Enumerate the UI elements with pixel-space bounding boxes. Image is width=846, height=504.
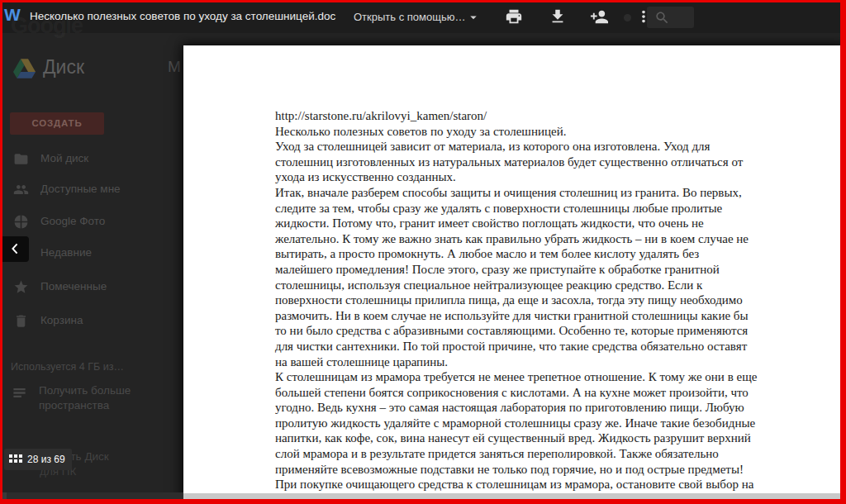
document-line: Несколько полезных советов по уходу за с… [275,124,820,140]
bottom-scrollbar-track-dark[interactable] [0,492,183,499]
document-line: вытирать, а просто промокнуть. А любое м… [275,246,820,262]
document-line: напитки, как кофе, сок, вина нанесут ей … [275,430,820,446]
sidebar-item-google-photos: Google Фото [0,214,183,231]
folder-icon [13,151,29,167]
open-with-button[interactable]: Открыть с помощью… [354,11,465,23]
document-page[interactable]: http://starstone.ru/akrilovyi_kamen/star… [183,45,846,504]
scrollbar-corner [0,492,7,499]
document-line: желательно. К тому же важно знать как пр… [275,231,820,247]
trash-icon [13,313,29,329]
sidebar-item-label: Помеченные [40,280,107,292]
page-counter-label: 28 из 69 [27,454,65,465]
share-person-add-button[interactable] [590,7,608,26]
document-line: ухода из искусственно созданных. [275,169,820,185]
google-logo-ghost: Google [11,13,83,39]
document-line: К столешницам из мрамора требуется не ме… [275,369,820,385]
sidebar-item-label: Корзина [40,314,83,326]
sidebar-item-starred: Помеченные [0,279,183,296]
document-line: Итак, вначале разберем способы защиты и … [275,185,820,201]
document-line: угодно. Ведь кухня – это самая настоящая… [275,400,820,416]
sidebar-item-label: Мой диск [40,152,88,164]
sidebar-item-label: Доступные мне [40,183,121,195]
preview-toolbar: W Несколько полезных советов по уходу за… [0,0,846,33]
star-icon [13,279,29,295]
search-icon [654,10,670,26]
bottom-scrollbar-track-light[interactable] [183,493,846,499]
document-line: поверхности столешницы прилипла пища, да… [275,292,820,308]
sidebar-item-shared-with-me: Доступные мне [0,182,183,198]
sidebar-item-trash: Корзина [0,313,183,330]
document-line: слой мрамора и в результате придется зан… [275,446,820,462]
document-line: большей степени боятся соприкосновения с… [275,385,820,401]
upgrade-storage-icon [12,385,27,401]
document-line: на вашей столешнице царапины. [275,354,820,370]
chevron-left-icon [9,242,22,255]
more-options-button[interactable] [634,7,653,26]
page-counter-chip[interactable]: 28 из 69 [4,449,72,470]
drive-logo-icon [13,59,36,78]
document-line: Уход за столешницей зависит от материала… [275,139,820,155]
chevron-down-icon[interactable] [466,10,481,25]
sidebar-item-my-drive: Мой диск [0,151,183,168]
document-line: столешниц изготовленных из натуральных м… [275,155,820,170]
drive-brand-label: Диск [43,56,84,78]
document-line: то ни было средства с абразивными состав… [275,323,820,339]
collapse-left-panel-button[interactable] [2,236,29,262]
document-text: http://starstone.ru/akrilovyi_kamen/star… [275,108,820,504]
people-icon [13,182,29,197]
dimmed-icon-ghost [624,14,631,21]
sidebar-item-label: Google Фото [40,215,105,227]
document-line: малейшего промедления! После этого, сраз… [275,262,820,278]
content-header-ghost: М [168,58,181,76]
document-line: столешницы, используя специальное нейтра… [275,278,820,293]
document-line: для чистки сантехники. По той простой пр… [275,339,820,354]
upgrade-storage-label: Получить больше [39,384,131,397]
sidebar-item-label: Недавние [40,246,92,259]
document-line: пролитую жидкость удаляйте с мраморной с… [275,416,820,431]
document-line: При покупке очищающего средства к столеш… [275,477,820,492]
search-button[interactable] [647,7,694,28]
create-button: СОЗДАТЬ [10,112,104,135]
download-button[interactable] [549,7,567,26]
document-line: размочить. Ни в коем случае не используй… [275,308,820,324]
storage-usage-label: Используется 4 ГБ из… [11,361,124,373]
document-line: применяйте всевозможные подставки не тол… [275,462,820,478]
document-line: жидкости. Потому что, гранит имеет свойс… [275,216,820,231]
photos-icon [13,214,29,230]
document-line: http://starstone.ru/akrilovyi_kamen/star… [275,108,820,124]
grid-view-icon [9,454,23,464]
print-button[interactable] [505,7,523,26]
upgrade-storage-label-2: пространства [39,399,109,411]
document-line: следите за тем, чтобы сразу же удалять с… [275,201,820,216]
